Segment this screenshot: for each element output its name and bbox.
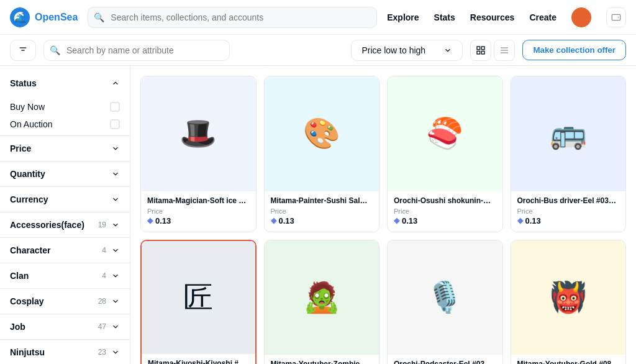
nft-name-5: Mitama-Youtuber-Zombie #04637: [271, 360, 373, 364]
top-nav: 🌊 OpenSea 🔍 Explore Stats Resources Crea…: [0, 0, 636, 35]
nft-card[interactable]: 🚌 Orochi-Bus driver-Eel #03997 Price ◆ 0…: [511, 76, 627, 232]
on-auction-row[interactable]: On Auction: [0, 116, 130, 133]
price-label: Price: [10, 143, 31, 153]
nav-explore[interactable]: Explore: [387, 12, 419, 22]
nav-create[interactable]: Create: [529, 12, 556, 22]
nft-card[interactable]: 🧟 Mitama-Youtuber-Zombie #04637 Price ◆ …: [264, 240, 380, 365]
buy-now-row[interactable]: Buy Now: [0, 98, 130, 116]
filter-header-5[interactable]: Ninjutsu 23: [0, 340, 130, 364]
filter-count-4: 47: [98, 322, 106, 331]
filter-label-2: Clan: [10, 271, 29, 281]
eth-icon-0: ◆: [147, 216, 153, 225]
svg-rect-7: [482, 51, 485, 54]
nft-price-label-0: Price: [147, 207, 250, 215]
currency-label: Currency: [10, 194, 48, 204]
nav-search-icon: 🔍: [94, 12, 104, 22]
nft-price-label-3: Price: [517, 207, 620, 215]
buy-now-label: Buy Now: [10, 102, 45, 112]
nft-emoji-7: 👹: [511, 240, 626, 355]
eth-icon-1: ◆: [271, 216, 276, 225]
nft-price-value-0: 0.13: [155, 216, 171, 225]
nft-name-6: Orochi-Podcaster-Eel #03957: [394, 360, 496, 364]
nav-search-container: 🔍: [88, 7, 377, 28]
price-header[interactable]: Price: [0, 136, 130, 161]
nft-name-3: Orochi-Bus driver-Eel #03997: [517, 196, 620, 205]
nft-emoji-0: 🎩: [141, 76, 256, 191]
currency-header[interactable]: Currency: [0, 187, 130, 212]
filter-label-0: Accessories(face): [10, 220, 84, 230]
filter-header-4[interactable]: Job 47: [0, 314, 130, 339]
filter-header-2[interactable]: Clan 4: [0, 263, 130, 288]
price-section: Price: [0, 136, 130, 162]
nft-price-0: ◆ 0.13: [147, 216, 250, 225]
status-section: Status Buy Now On Auction: [0, 71, 130, 136]
logo[interactable]: 🌊 OpenSea: [10, 7, 78, 27]
nft-card[interactable]: 匠 Mitama-Kiyoshi-Kiyoshi #07161 Price ◆ …: [140, 240, 257, 365]
nft-price-value-1: 0.13: [279, 216, 294, 225]
svg-rect-4: [477, 47, 480, 50]
filter-label-4: Job: [10, 322, 25, 332]
list-view-button[interactable]: [494, 40, 515, 61]
collection-offer-button[interactable]: Make collection offer: [522, 40, 626, 60]
quantity-section: Quantity: [0, 162, 130, 187]
nav-search-input[interactable]: [88, 7, 377, 28]
content-grid: 🎩 Mitama-Magician-Soft ice #03526 Price …: [130, 66, 636, 364]
attr-search-icon: 🔍: [50, 45, 60, 55]
svg-rect-5: [482, 47, 485, 50]
nav-resources[interactable]: Resources: [470, 12, 515, 22]
filter-header-0[interactable]: Accessories(face) 19: [0, 212, 130, 237]
filter-header-3[interactable]: Cosplay 28: [0, 289, 130, 314]
quantity-header[interactable]: Quantity: [0, 162, 130, 186]
sort-dropdown[interactable]: Price low to high: [351, 40, 463, 61]
status-header[interactable]: Status: [0, 71, 130, 96]
buy-now-checkbox[interactable]: [110, 102, 120, 112]
nav-stats[interactable]: Stats: [434, 12, 455, 22]
filter-section-cosplay: Cosplay 28: [0, 289, 130, 314]
user-avatar[interactable]: [571, 7, 591, 27]
filter-count-1: 4: [102, 246, 106, 255]
nft-name-0: Mitama-Magician-Soft ice #03526: [147, 196, 250, 205]
attr-search-input[interactable]: [43, 40, 230, 61]
nft-image-7: 👹: [511, 240, 626, 355]
nft-emoji-6: 🎙️: [388, 240, 502, 355]
view-toggle: [470, 40, 515, 61]
logo-icon: 🌊: [10, 7, 30, 27]
nft-card[interactable]: 🎙️ Orochi-Podcaster-Eel #03957 Price ◆ 0…: [387, 240, 503, 365]
wallet-icon[interactable]: [606, 7, 626, 27]
svg-rect-0: [612, 14, 620, 20]
on-auction-label: On Auction: [10, 119, 53, 129]
nft-image-5: 🧟: [265, 240, 379, 355]
nft-card[interactable]: 🎩 Mitama-Magician-Soft ice #03526 Price …: [140, 76, 257, 232]
nft-image-3: 🚌: [511, 76, 626, 191]
nft-name-4: Mitama-Kiyoshi-Kiyoshi #07161: [148, 359, 249, 364]
secondary-bar: 🔍 Price low to high Make collection offe…: [0, 35, 636, 66]
nft-card[interactable]: 👹 Mitama-Youtuber-Gold #08628 Price ◆ 0.…: [511, 240, 627, 365]
filter-section-accessories-face-: Accessories(face) 19: [0, 212, 130, 238]
nft-info-3: Orochi-Bus driver-Eel #03997 Price ◆ 0.1…: [511, 191, 626, 232]
filter-label-1: Character: [10, 245, 50, 255]
nft-price-value-3: 0.13: [525, 216, 541, 225]
filter-sections: Accessories(face) 19 Character 4 Clan 4 …: [0, 212, 130, 364]
currency-section: Currency: [0, 187, 130, 212]
nft-price-value-2: 0.13: [402, 216, 417, 225]
filter-section-character: Character 4: [0, 238, 130, 263]
nft-card[interactable]: 🎨 Mitama-Painter-Sushi Salmon roe #0... …: [264, 76, 380, 232]
filter-header-1[interactable]: Character 4: [0, 238, 130, 263]
grid-view-button[interactable]: [470, 40, 491, 61]
quantity-label: Quantity: [10, 169, 45, 179]
nft-emoji-4: 匠: [142, 241, 255, 355]
filter-toggle-button[interactable]: [10, 40, 36, 61]
sort-label: Price low to high: [361, 45, 425, 55]
filter-section-ninjutsu: Ninjutsu 23: [0, 340, 130, 364]
filter-label-5: Ninjutsu: [10, 347, 45, 357]
nft-emoji-3: 🚌: [511, 76, 626, 191]
nft-image-1: 🎨: [265, 76, 379, 191]
filter-section-job: Job 47: [0, 314, 130, 340]
nft-price-label-2: Price: [394, 207, 496, 215]
nft-card[interactable]: 🍣 Orochi-Osushi shokunin-Normal #041... …: [387, 76, 503, 232]
on-auction-checkbox[interactable]: [110, 119, 120, 129]
eth-icon-2: ◆: [394, 216, 399, 225]
main-layout: Status Buy Now On Auction Price: [0, 66, 636, 364]
nft-price-2: ◆ 0.13: [394, 216, 496, 225]
nft-price-label-1: Price: [271, 207, 373, 215]
